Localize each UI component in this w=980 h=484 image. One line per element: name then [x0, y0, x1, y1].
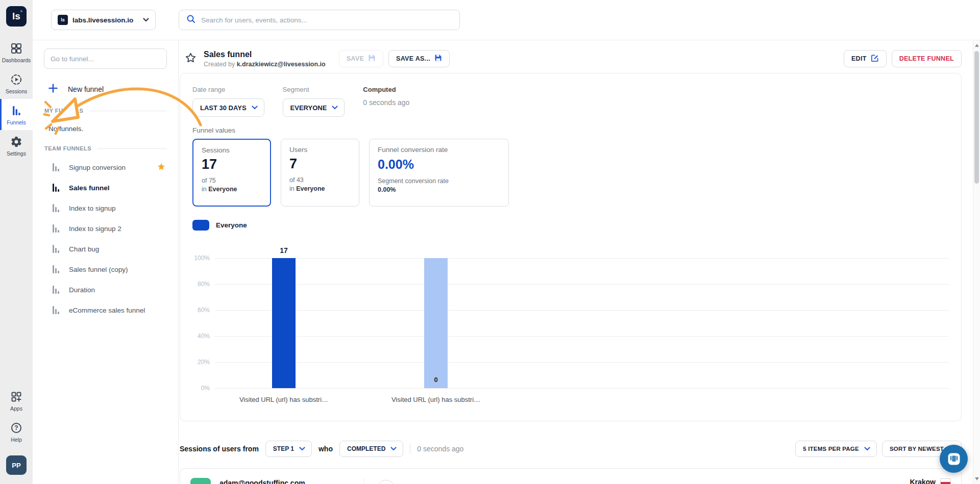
save-group: SAVE SAVE AS... — [339, 50, 450, 67]
global-search — [179, 10, 460, 30]
favorite-star-icon[interactable] — [157, 162, 166, 173]
scrollbar-thumb[interactable] — [974, 51, 979, 184]
created-by-email: k.drazkiewicz@livesession.io — [237, 61, 326, 68]
delete-funnel-button[interactable]: DELETE FUNNEL — [892, 50, 962, 67]
sidebar-item-label: Apps — [10, 405, 22, 412]
stat-in: in Everyone — [202, 186, 262, 193]
funnel-list-item[interactable]: eCommerce sales funnel — [33, 300, 178, 320]
funnel-bar-step2[interactable]: 0 — [424, 258, 448, 388]
stat-value: 17 — [202, 157, 262, 172]
main-content: Sales funnel Created by k.drazkiewicz@li… — [179, 40, 980, 484]
sidebar-item-funnels[interactable]: Funnels — [0, 99, 33, 130]
section-divider — [89, 111, 167, 111]
computed-value: 0 seconds ago — [363, 98, 409, 107]
team-funnels-list: Signup conversion Sales funnel Index to … — [33, 157, 178, 320]
funnel-item-label: Sales funnel — [69, 184, 110, 192]
section-divider — [97, 148, 167, 149]
segment-dropdown[interactable]: EVERYONE — [283, 98, 345, 117]
completed-dropdown[interactable]: COMPLETED — [339, 441, 403, 457]
goto-funnel-input[interactable] — [51, 55, 160, 63]
sidebar-item-apps[interactable]: Apps — [0, 385, 33, 416]
avatar-initials: PP — [12, 462, 20, 469]
funnel-list-item-selected[interactable]: Sales funnel — [33, 177, 178, 198]
vertical-divider — [410, 444, 410, 454]
search-icon — [186, 14, 195, 26]
segment-filter: Segment EVERYONE — [283, 86, 345, 117]
funnel-list-item[interactable]: Index to signup 2 — [33, 218, 178, 239]
chevron-down-icon — [390, 447, 397, 451]
livesession-logo[interactable]: ls — [6, 6, 27, 27]
step-dropdown[interactable]: STEP 1 — [265, 441, 312, 457]
stat-card-sessions[interactable]: Sessions 17 of 75 in Everyone — [192, 139, 271, 207]
sessions-title: Sessions of users from — [180, 445, 259, 453]
plus-icon — [48, 83, 58, 95]
sidebar-item-dashboards[interactable]: Dashboards — [0, 37, 33, 68]
funnel-bars-icon — [53, 306, 59, 314]
funnel-values-label: Funnel values — [192, 126, 949, 134]
sessions-play-icon — [10, 73, 22, 86]
funnel-list-item[interactable]: Duration — [33, 279, 178, 300]
new-funnel-button[interactable]: New funnel — [48, 83, 167, 95]
search-input[interactable] — [201, 16, 452, 24]
conversion-rate-value: 0.00% — [378, 157, 500, 172]
funnel-bars-icon — [53, 224, 59, 233]
chat-icon — [946, 451, 962, 467]
sessions-computed-value: 0 seconds ago — [417, 445, 463, 453]
workspace-selector[interactable]: ls labs.livesession.io — [51, 10, 156, 30]
apps-grid-plus-icon — [10, 391, 22, 403]
sessions-list-controls: 5 ITEMS PER PAGE SORT BY NEWEST — [795, 441, 962, 457]
created-by-prefix: Created by — [204, 61, 235, 68]
session-right-group: 25 Jun, 4:24 pm Krakow Chrome, Linux — [756, 478, 951, 484]
funnel-item-label: Sales funnel (copy) — [69, 266, 128, 273]
date-range-value: LAST 30 DAYS — [200, 104, 247, 112]
chevron-down-icon — [252, 106, 258, 110]
edit-button[interactable]: EDIT — [844, 50, 887, 67]
favorite-outline-star-icon[interactable] — [185, 52, 197, 66]
nav-rail: ls Dashboards Sessions — [0, 0, 33, 484]
body-row: New funnel MY FUNNELS No funnels. TEAM F… — [33, 40, 980, 484]
logo-text: ls — [12, 11, 20, 22]
stat-of: of 75 — [202, 177, 262, 184]
intercom-chat-button[interactable] — [940, 445, 968, 473]
dashboards-grid-icon — [10, 42, 22, 55]
funnel-bars-icon — [53, 265, 59, 273]
scroll-down-arrow[interactable] — [973, 475, 980, 483]
sidebar-item-settings[interactable]: Settings — [0, 130, 33, 161]
my-funnels-header-label: MY FUNNELS — [44, 108, 83, 114]
funnel-list-item[interactable]: Signup conversion — [33, 157, 178, 177]
y-axis-tick: 80% — [198, 281, 210, 288]
user-avatar[interactable]: PP — [6, 455, 27, 475]
items-per-page-dropdown[interactable]: 5 ITEMS PER PAGE — [795, 441, 877, 457]
funnel-list-item[interactable]: Chart bug — [33, 239, 178, 259]
funnel-list-item[interactable]: Index to signup — [33, 198, 178, 218]
save-as-label: SAVE AS... — [396, 55, 430, 62]
computed-info: Computed 0 seconds ago — [363, 86, 409, 117]
funnel-bars-icon — [53, 286, 59, 294]
scroll-up-arrow[interactable] — [973, 41, 980, 49]
sidebar-item-label: Help — [11, 437, 22, 443]
y-axis-tick: 60% — [198, 307, 210, 314]
save-button[interactable]: SAVE — [339, 50, 383, 67]
bar-value-label: 17 — [280, 246, 288, 254]
funnel-bars-icon — [53, 245, 59, 253]
stat-label: Users — [289, 146, 351, 154]
funnel-bar-step1[interactable]: 17 — [272, 258, 296, 388]
x-axis-label: Visited URL (url) has substri… — [391, 396, 480, 403]
date-range-dropdown[interactable]: LAST 30 DAYS — [192, 98, 264, 117]
funnel-bars-icon — [53, 163, 59, 171]
help-question-icon: ? — [10, 422, 22, 434]
stat-of: of 43 — [289, 176, 351, 184]
vertical-divider — [364, 478, 364, 484]
chart-plot-area: 100% 80% 60% 40% 20% 0% 17 0 — [215, 258, 949, 388]
session-user-info: adam@goodstuffinc.com 2 · Since Jun 25 — [219, 479, 364, 484]
play-session-button[interactable] — [377, 480, 395, 484]
session-user-email[interactable]: adam@goodstuffinc.com — [219, 479, 364, 484]
chevron-down-icon — [143, 18, 149, 22]
session-row[interactable]: AD adam@goodstuffinc.com 2 · Since Jun 2… — [180, 468, 962, 484]
sidebar-item-sessions[interactable]: Sessions — [0, 68, 33, 99]
funnel-list-item[interactable]: Sales funnel (copy) — [33, 259, 178, 279]
stat-card-users[interactable]: Users 7 of 43 in Everyone — [281, 139, 359, 207]
goto-funnel-field — [44, 48, 167, 69]
save-as-button[interactable]: SAVE AS... — [388, 50, 450, 67]
sidebar-item-help[interactable]: ? Help — [0, 416, 33, 447]
